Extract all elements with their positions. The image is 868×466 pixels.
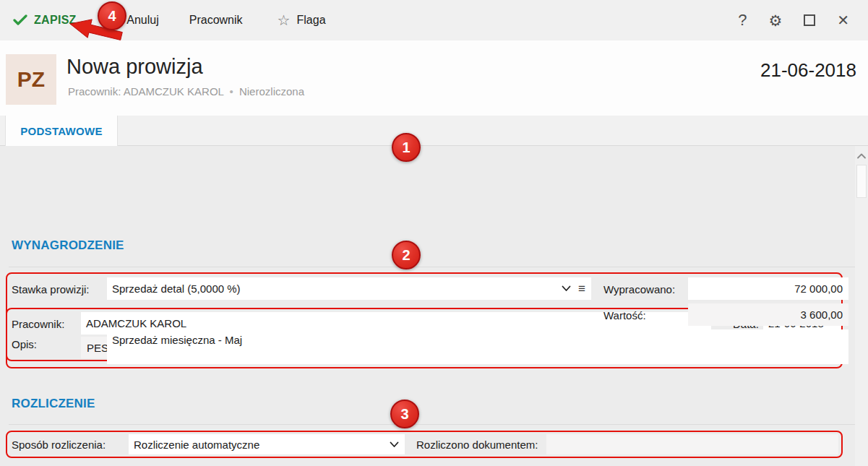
commission-window: ZAPISZ ✕ Anuluj Pracownik ☆ Flaga ? ⚙ ✕ … [0, 0, 868, 466]
salary-section-title: WYNAGRODZENIE [12, 238, 124, 253]
lookup-menu-icon[interactable]: ≡ [578, 282, 585, 295]
maximize-icon[interactable] [804, 14, 815, 26]
salary-divider [9, 267, 857, 267]
scrollbar-thumb[interactable] [856, 165, 867, 198]
settlement-divider [9, 424, 857, 425]
status-badge: Nierozliczona [239, 85, 304, 98]
chevron-down-icon [390, 441, 399, 448]
description-field-label: Opis: [12, 338, 37, 350]
annotation-marker-4: 4 [98, 1, 126, 30]
document-output [546, 434, 838, 454]
method-dropdown[interactable]: Rozliczenie automatyczne [129, 434, 405, 454]
check-icon [13, 14, 27, 26]
method-value: Rozliczenie automatyczne [129, 439, 259, 451]
tab-podstawowe[interactable]: PODSTAWOWE [5, 116, 118, 147]
settlement-section-title: ROZLICZENIE [12, 397, 95, 411]
toolbar: ZAPISZ ✕ Anuluj Pracownik ☆ Flaga ? ⚙ ✕ [0, 0, 868, 40]
method-field-label: Sposób rozliczenia: [12, 439, 106, 451]
subtitle-employee-name: ADAMCZUK KAROL [124, 85, 224, 98]
annotation-box-settlement: Sposób rozliczenia: Rozliczenie automaty… [6, 431, 843, 458]
annotation-box-salary: Stawka prowizji: Sprzedaż detal (5,0000 … [6, 272, 843, 368]
document-type-badge: PZ [6, 54, 56, 105]
help-icon[interactable]: ? [738, 12, 747, 28]
cancel-label: Anuluj [126, 14, 158, 27]
value-amount: 3 600,00 [801, 308, 848, 321]
scroll-up-icon[interactable] [856, 152, 867, 160]
tab-strip: PODSTAWOWE [0, 116, 868, 146]
tab-label: PODSTAWOWE [20, 125, 103, 137]
page-title: Nowa prowizja [66, 55, 203, 79]
vertical-scrollbar[interactable] [855, 146, 868, 466]
gear-icon[interactable]: ⚙ [768, 13, 782, 28]
subtitle-separator: • [227, 85, 236, 98]
close-icon[interactable]: ✕ [837, 13, 849, 27]
earned-input[interactable]: 72 000,00 [688, 277, 848, 300]
flag-button[interactable]: ☆ Flaga [278, 13, 326, 27]
form-content: Pracownik: ADAMCZUK KAROL ≡ Data: 21-06-… [0, 146, 868, 466]
flag-label: Flaga [297, 14, 326, 27]
rate-value: Sprzedaż detal (5,0000 %) [107, 282, 241, 295]
annotation-marker-3: 3 [390, 400, 419, 428]
rate-field-label: Stawka prowizji: [12, 283, 90, 295]
subtitle-employee-label: Pracownik: [68, 85, 121, 98]
annotation-marker-2: 2 [392, 241, 421, 269]
value-output: 3 600,00 [688, 303, 848, 326]
description-textarea[interactable]: Sprzedaż miesięczna - Maj [107, 329, 848, 364]
rate-dropdown[interactable]: Sprzedaż detal (5,0000 %) ≡ [107, 277, 591, 300]
header-date: 21-06-2018 [760, 59, 856, 82]
document-subtitle: Pracownik: ADAMCZUK KAROL • Nierozliczon… [68, 85, 304, 98]
document-header: PZ Nowa prowizja Pracownik: ADAMCZUK KAR… [0, 40, 868, 116]
window-controls: ? ⚙ ✕ [738, 12, 849, 28]
earned-value: 72 000,00 [794, 282, 848, 295]
value-field-label: Wartość: [603, 309, 646, 322]
chevron-down-icon [562, 285, 571, 292]
description-value: Sprzedaż miesięczna - Maj [112, 334, 242, 346]
employee-menu-button[interactable]: Pracownik [189, 14, 243, 27]
document-field-label: Rozliczono dokumentem: [416, 439, 538, 451]
star-icon: ☆ [278, 13, 291, 27]
earned-field-label: Wypracowano: [603, 283, 675, 295]
annotation-marker-1: 1 [392, 133, 421, 162]
employee-menu-label: Pracownik [189, 14, 243, 27]
